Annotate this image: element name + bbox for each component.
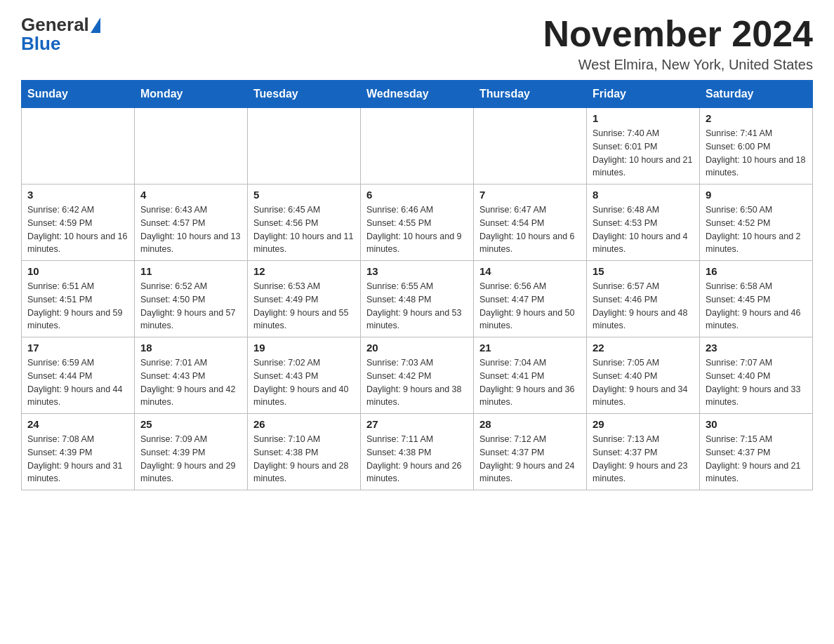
calendar-cell: 12Sunrise: 6:53 AMSunset: 4:49 PMDayligh…: [248, 261, 361, 337]
header-saturday: Saturday: [700, 81, 813, 108]
day-info: Sunrise: 6:46 AMSunset: 4:55 PMDaylight:…: [366, 203, 468, 256]
calendar-cell: 13Sunrise: 6:55 AMSunset: 4:48 PMDayligh…: [361, 261, 474, 337]
calendar-cell: 5Sunrise: 6:45 AMSunset: 4:56 PMDaylight…: [248, 185, 361, 261]
day-number: 1: [593, 112, 694, 124]
day-info: Sunrise: 7:05 AMSunset: 4:40 PMDaylight:…: [593, 356, 694, 409]
day-info: Sunrise: 6:57 AMSunset: 4:46 PMDaylight:…: [593, 280, 694, 333]
calendar-cell: [361, 108, 474, 185]
logo-triangle-icon: [91, 18, 100, 33]
day-info: Sunrise: 6:55 AMSunset: 4:48 PMDaylight:…: [366, 280, 468, 333]
header-row: SundayMondayTuesdayWednesdayThursdayFrid…: [22, 81, 813, 108]
day-number: 12: [253, 265, 355, 277]
location-text: West Elmira, New York, United States: [543, 57, 813, 73]
day-number: 9: [706, 189, 807, 201]
header-wednesday: Wednesday: [361, 81, 474, 108]
calendar-cell: 30Sunrise: 7:15 AMSunset: 4:37 PMDayligh…: [700, 414, 813, 490]
day-info: Sunrise: 7:02 AMSunset: 4:43 PMDaylight:…: [253, 356, 355, 409]
week-row-1: 1Sunrise: 7:40 AMSunset: 6:01 PMDaylight…: [22, 108, 813, 185]
calendar-cell: 22Sunrise: 7:05 AMSunset: 4:40 PMDayligh…: [587, 337, 700, 414]
day-number: 7: [479, 189, 581, 201]
calendar-cell: 19Sunrise: 7:02 AMSunset: 4:43 PMDayligh…: [248, 337, 361, 414]
calendar-cell: 29Sunrise: 7:13 AMSunset: 4:37 PMDayligh…: [587, 414, 700, 490]
day-number: 30: [706, 418, 807, 430]
week-row-2: 3Sunrise: 6:42 AMSunset: 4:59 PMDaylight…: [22, 185, 813, 261]
day-info: Sunrise: 6:52 AMSunset: 4:50 PMDaylight:…: [140, 280, 241, 333]
day-number: 23: [706, 342, 807, 354]
day-number: 16: [706, 265, 807, 277]
day-info: Sunrise: 6:53 AMSunset: 4:49 PMDaylight:…: [253, 280, 355, 333]
calendar-cell: 17Sunrise: 6:59 AMSunset: 4:44 PMDayligh…: [22, 337, 135, 414]
day-info: Sunrise: 6:45 AMSunset: 4:56 PMDaylight:…: [253, 203, 355, 256]
day-info: Sunrise: 7:40 AMSunset: 6:01 PMDaylight:…: [593, 127, 694, 180]
day-info: Sunrise: 6:48 AMSunset: 4:53 PMDaylight:…: [593, 203, 694, 256]
calendar-cell: 25Sunrise: 7:09 AMSunset: 4:39 PMDayligh…: [135, 414, 248, 490]
calendar-table: SundayMondayTuesdayWednesdayThursdayFrid…: [21, 80, 813, 490]
week-row-4: 17Sunrise: 6:59 AMSunset: 4:44 PMDayligh…: [22, 337, 813, 414]
calendar-cell: 28Sunrise: 7:12 AMSunset: 4:37 PMDayligh…: [474, 414, 587, 490]
day-info: Sunrise: 7:10 AMSunset: 4:38 PMDaylight:…: [253, 433, 355, 485]
day-info: Sunrise: 6:51 AMSunset: 4:51 PMDaylight:…: [27, 280, 128, 333]
day-info: Sunrise: 7:01 AMSunset: 4:43 PMDaylight:…: [140, 356, 241, 409]
day-number: 14: [479, 265, 581, 277]
day-info: Sunrise: 6:59 AMSunset: 4:44 PMDaylight:…: [27, 356, 128, 409]
calendar-cell: 10Sunrise: 6:51 AMSunset: 4:51 PMDayligh…: [22, 261, 135, 337]
calendar-cell: [248, 108, 361, 185]
day-info: Sunrise: 7:07 AMSunset: 4:40 PMDaylight:…: [706, 356, 807, 409]
day-info: Sunrise: 7:11 AMSunset: 4:38 PMDaylight:…: [366, 433, 468, 485]
day-number: 20: [366, 342, 468, 354]
day-number: 29: [593, 418, 694, 430]
day-number: 13: [366, 265, 468, 277]
header-thursday: Thursday: [474, 81, 587, 108]
header-monday: Monday: [135, 81, 248, 108]
week-row-3: 10Sunrise: 6:51 AMSunset: 4:51 PMDayligh…: [22, 261, 813, 337]
day-info: Sunrise: 6:56 AMSunset: 4:47 PMDaylight:…: [479, 280, 581, 333]
calendar-body: 1Sunrise: 7:40 AMSunset: 6:01 PMDaylight…: [22, 108, 813, 490]
calendar-cell: 18Sunrise: 7:01 AMSunset: 4:43 PMDayligh…: [135, 337, 248, 414]
day-number: 24: [27, 418, 128, 430]
day-info: Sunrise: 6:50 AMSunset: 4:52 PMDaylight:…: [706, 203, 807, 256]
day-number: 10: [27, 265, 128, 277]
day-number: 18: [140, 342, 241, 354]
day-info: Sunrise: 7:12 AMSunset: 4:37 PMDaylight:…: [479, 433, 581, 485]
day-info: Sunrise: 7:03 AMSunset: 4:42 PMDaylight:…: [366, 356, 468, 409]
calendar-cell: 14Sunrise: 6:56 AMSunset: 4:47 PMDayligh…: [474, 261, 587, 337]
calendar-cell: 7Sunrise: 6:47 AMSunset: 4:54 PMDaylight…: [474, 185, 587, 261]
day-number: 8: [593, 189, 694, 201]
day-number: 11: [140, 265, 241, 277]
day-info: Sunrise: 6:43 AMSunset: 4:57 PMDaylight:…: [140, 203, 241, 256]
calendar-header: SundayMondayTuesdayWednesdayThursdayFrid…: [22, 81, 813, 108]
calendar-cell: 26Sunrise: 7:10 AMSunset: 4:38 PMDayligh…: [248, 414, 361, 490]
calendar-cell: 21Sunrise: 7:04 AMSunset: 4:41 PMDayligh…: [474, 337, 587, 414]
day-number: 17: [27, 342, 128, 354]
day-number: 26: [253, 418, 355, 430]
day-info: Sunrise: 6:42 AMSunset: 4:59 PMDaylight:…: [27, 203, 128, 256]
logo-blue-text: Blue: [21, 33, 60, 55]
title-area: November 2024 West Elmira, New York, Uni…: [543, 14, 813, 73]
day-number: 27: [366, 418, 468, 430]
day-number: 22: [593, 342, 694, 354]
header-friday: Friday: [587, 81, 700, 108]
logo: General Blue: [21, 14, 100, 55]
calendar-cell: 23Sunrise: 7:07 AMSunset: 4:40 PMDayligh…: [700, 337, 813, 414]
calendar-cell: 4Sunrise: 6:43 AMSunset: 4:57 PMDaylight…: [135, 185, 248, 261]
calendar-cell: 2Sunrise: 7:41 AMSunset: 6:00 PMDaylight…: [700, 108, 813, 185]
day-number: 5: [253, 189, 355, 201]
day-info: Sunrise: 7:09 AMSunset: 4:39 PMDaylight:…: [140, 433, 241, 485]
day-info: Sunrise: 6:58 AMSunset: 4:45 PMDaylight:…: [706, 280, 807, 333]
day-info: Sunrise: 6:47 AMSunset: 4:54 PMDaylight:…: [479, 203, 581, 256]
day-number: 21: [479, 342, 581, 354]
header-sunday: Sunday: [22, 81, 135, 108]
month-title: November 2024: [543, 14, 813, 54]
day-number: 3: [27, 189, 128, 201]
calendar-cell: 20Sunrise: 7:03 AMSunset: 4:42 PMDayligh…: [361, 337, 474, 414]
header-tuesday: Tuesday: [248, 81, 361, 108]
day-info: Sunrise: 7:41 AMSunset: 6:00 PMDaylight:…: [706, 127, 807, 180]
calendar-cell: [22, 108, 135, 185]
day-info: Sunrise: 7:08 AMSunset: 4:39 PMDaylight:…: [27, 433, 128, 485]
day-info: Sunrise: 7:15 AMSunset: 4:37 PMDaylight:…: [706, 433, 807, 485]
calendar-cell: 27Sunrise: 7:11 AMSunset: 4:38 PMDayligh…: [361, 414, 474, 490]
day-number: 15: [593, 265, 694, 277]
day-number: 25: [140, 418, 241, 430]
calendar-cell: [474, 108, 587, 185]
day-number: 28: [479, 418, 581, 430]
